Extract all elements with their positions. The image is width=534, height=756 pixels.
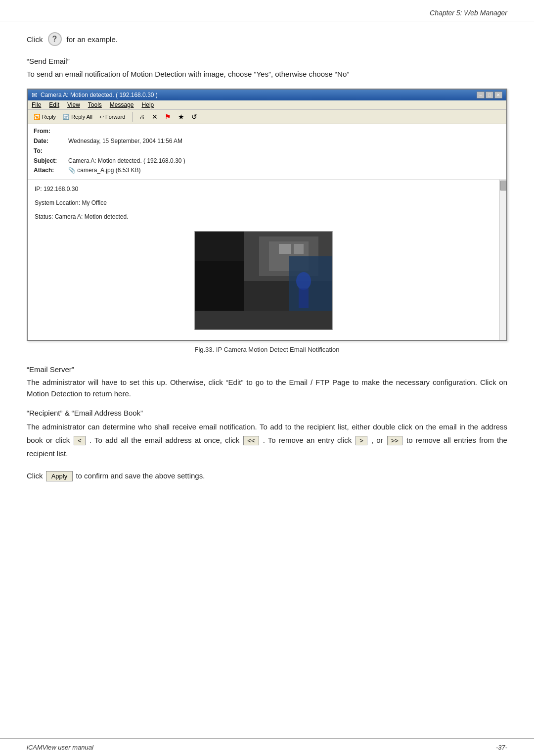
subject-value: Camera A: Motion detected. ( 192.168.0.3… — [68, 157, 185, 165]
date-label: Date: — [34, 137, 68, 145]
menu-help[interactable]: Help — [142, 101, 154, 108]
help-icon: ? — [48, 32, 62, 46]
forward-label: Forward — [105, 114, 125, 120]
svg-rect-11 — [195, 311, 333, 330]
camera-scene-svg — [195, 232, 333, 330]
flag-button[interactable]: ⚑ — [163, 112, 173, 122]
reply-all-button[interactable]: 🔄 Reply All — [61, 113, 94, 121]
delete-icon: ✕ — [152, 113, 158, 121]
apply-line: Click Apply to confirm and save the abov… — [27, 469, 507, 482]
email-window-mockup: ✉ Camera A: Motion detected. ( 192.168.0… — [27, 89, 507, 341]
camera-image-inner — [195, 232, 332, 330]
scrollbar-thumb — [500, 181, 506, 190]
email-toolbar: 🔁 Reply 🔄 Reply All ↩ Forward 🖨 ✕ — [28, 110, 506, 124]
refresh-button[interactable]: ↺ — [189, 112, 199, 122]
click-example-line: Click ? for an example. — [27, 32, 507, 46]
reply-all-label: Reply All — [71, 114, 92, 120]
apply-text-after: to confirm and save the above settings. — [76, 472, 205, 480]
subject-label: Subject: — [34, 157, 68, 165]
send-email-heading: “Send Email” — [27, 57, 507, 65]
email-server-section: “Email Server” The administrator will ha… — [27, 365, 507, 400]
email-subject-row: Subject: Camera A: Motion detected. ( 19… — [34, 157, 500, 165]
email-server-heading: “Email Server” — [27, 365, 507, 374]
click-label: Click — [27, 35, 43, 44]
page-header: Chapter 5: Web Manager — [0, 0, 534, 21]
email-window-icon: ✉ — [32, 91, 38, 99]
maximize-button[interactable]: □ — [486, 92, 493, 98]
svg-rect-5 — [279, 244, 291, 254]
email-body: IP: 192.168.0.30 System Location: My Off… — [28, 180, 499, 340]
menu-file[interactable]: File — [32, 101, 41, 108]
email-location-line: System Location: My Office — [35, 198, 492, 207]
footer-left: iCAMView user manual — [27, 744, 93, 751]
menu-message[interactable]: Message — [110, 101, 134, 108]
email-menubar: File Edit View Tools Message Help — [28, 100, 506, 110]
email-status-line: Status: Camera A: Motion detected. — [35, 212, 492, 221]
page-container: Chapter 5: Web Manager Click ? for an ex… — [0, 0, 534, 756]
to-label: To: — [34, 147, 68, 155]
flag-icon: ⚑ — [165, 113, 171, 121]
toolbar-separator — [132, 112, 133, 122]
print-button[interactable]: 🖨 — [137, 113, 147, 121]
menu-view[interactable]: View — [67, 101, 80, 108]
reply-icon: 🔁 — [34, 114, 41, 120]
star-button[interactable]: ★ — [176, 112, 186, 122]
email-window-title: Camera A: Motion detected. ( 192.168.0.3… — [41, 92, 158, 98]
email-titlebar: ✉ Camera A: Motion detected. ( 192.168.0… — [28, 90, 506, 100]
send-email-description: To send an email notification of Motion … — [27, 68, 507, 80]
svg-rect-10 — [299, 288, 309, 308]
remove-all-button[interactable]: >> — [387, 436, 402, 445]
star-icon: ★ — [178, 113, 184, 121]
svg-rect-6 — [294, 244, 304, 254]
reply-all-icon: 🔄 — [63, 114, 70, 120]
email-titlebar-left: ✉ Camera A: Motion detected. ( 192.168.0… — [32, 91, 158, 99]
add-all-button[interactable]: << — [243, 436, 259, 445]
from-label: From: — [34, 127, 68, 136]
attach-label: Attach: — [34, 166, 68, 175]
reply-button[interactable]: 🔁 Reply — [32, 113, 58, 121]
email-body-area: IP: 192.168.0.30 System Location: My Off… — [28, 180, 506, 340]
email-ip-line: IP: 192.168.0.30 — [35, 185, 492, 193]
apply-text-before: Click — [27, 472, 43, 480]
recipient-heading: “Recipient” & “Email Address Book” — [27, 409, 507, 417]
figure-caption: Fig.33. IP Camera Motion Detect Email No… — [27, 346, 507, 353]
date-value: Wednesday, 15 September, 2004 11:56 AM — [68, 137, 182, 145]
attach-value: 📎 camera_A.jpg (6.53 KB) — [68, 166, 140, 175]
add-one-button[interactable]: < — [74, 436, 86, 445]
email-scrollbar[interactable] — [499, 180, 506, 340]
email-server-description: The administrator will have to set this … — [27, 377, 507, 400]
reply-label: Reply — [42, 114, 56, 120]
recipient-section: “Recipient” & “Email Address Book” The a… — [27, 409, 507, 460]
email-to-row: To: — [34, 147, 500, 155]
main-content: Click ? for an example. “Send Email” To … — [0, 21, 534, 505]
email-from-row: From: — [34, 127, 500, 136]
recipient-text-4: , or — [371, 436, 383, 444]
send-email-section: “Send Email” To send an email notificati… — [27, 57, 507, 80]
email-date-row: Date: Wednesday, 15 September, 2004 11:5… — [34, 137, 500, 145]
camera-image — [194, 231, 333, 330]
click-example-text: for an example. — [67, 35, 118, 44]
refresh-icon: ↺ — [191, 113, 197, 121]
print-icon: 🖨 — [139, 114, 145, 120]
email-titlebar-controls: – □ ✕ — [477, 92, 502, 98]
recipient-description: The administrator can determine who shal… — [27, 420, 507, 460]
email-header-fields: From: Date: Wednesday, 15 September, 200… — [28, 124, 506, 180]
chapter-title: Chapter 5: Web Manager — [430, 9, 507, 17]
remove-one-button[interactable]: > — [356, 436, 367, 445]
apply-button[interactable]: Apply — [46, 471, 73, 481]
svg-point-9 — [296, 272, 311, 290]
page-footer: iCAMView user manual -37- — [0, 738, 534, 756]
email-body-content: IP: 192.168.0.30 System Location: My Off… — [28, 180, 499, 340]
recipient-text-3: . To remove an entry click — [263, 436, 352, 444]
minimize-button[interactable]: – — [477, 92, 485, 98]
email-attach-row: Attach: 📎 camera_A.jpg (6.53 KB) — [34, 166, 500, 175]
menu-edit[interactable]: Edit — [49, 101, 59, 108]
forward-icon: ↩ — [99, 114, 104, 120]
recipient-text-2: . To add all the email address at once, … — [89, 436, 239, 444]
forward-button[interactable]: ↩ Forward — [97, 113, 127, 121]
close-button[interactable]: ✕ — [494, 92, 502, 98]
menu-tools[interactable]: Tools — [88, 101, 102, 108]
delete-button[interactable]: ✕ — [150, 112, 160, 122]
footer-right: -37- — [496, 744, 507, 751]
